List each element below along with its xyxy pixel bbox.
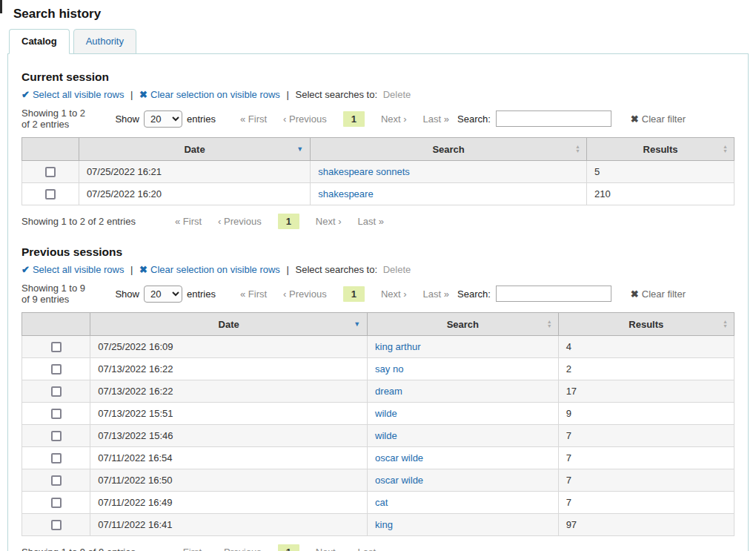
- row-checkbox[interactable]: [45, 189, 56, 199]
- previous-page-button[interactable]: ‹ Previous: [218, 547, 262, 551]
- search-filter-input[interactable]: [496, 110, 611, 127]
- first-page-button[interactable]: « First: [240, 288, 267, 300]
- check-icon: ✔: [21, 89, 30, 100]
- sort-desc-icon: ▼: [296, 146, 303, 153]
- tab-catalog[interactable]: Catalog: [9, 29, 70, 54]
- search-term-link[interactable]: king arthur: [375, 341, 420, 352]
- tab-bar: Catalog Authority: [9, 29, 756, 53]
- show-label: Show: [115, 288, 139, 300]
- previous-sessions-table: Date▼ Search▲▼ Results▲▼ 07/25/2022 16:0…: [21, 312, 735, 536]
- delete-link[interactable]: Delete: [383, 89, 411, 100]
- column-header-results[interactable]: Results▲▼: [587, 138, 735, 161]
- page-title: Search history: [13, 7, 756, 22]
- check-icon: ✔: [21, 264, 30, 275]
- x-icon: ✖: [139, 264, 147, 275]
- current-page-button[interactable]: 1: [343, 286, 365, 302]
- page-length-select[interactable]: 20: [144, 110, 182, 128]
- results-count: 9: [558, 403, 734, 425]
- row-checkbox[interactable]: [51, 409, 62, 419]
- clear-filter-icon: ✖: [631, 113, 639, 125]
- next-page-button[interactable]: Next ›: [316, 547, 342, 551]
- tab-authority[interactable]: Authority: [73, 29, 136, 54]
- table-row: 07/25/2022 16:21 shakespeare sonnets 5: [22, 161, 735, 183]
- current-page-button[interactable]: 1: [278, 544, 299, 551]
- sort-icon: ▲▼: [575, 145, 580, 154]
- search-term-link[interactable]: wilde: [375, 408, 397, 419]
- entries-label: entries: [187, 113, 216, 125]
- showing-entries-info: Showing 1 to 9 of 9 entries: [21, 547, 136, 551]
- page-length-control: Show 20 entries: [115, 110, 216, 128]
- search-date: 07/13/2022 16:22: [90, 358, 368, 380]
- search-date: 07/25/2022 16:20: [79, 183, 310, 205]
- search-date: 07/25/2022 16:21: [79, 161, 310, 183]
- row-checkbox[interactable]: [51, 498, 62, 508]
- delete-link[interactable]: Delete: [383, 264, 411, 275]
- clear-selection-link[interactable]: ✖Clear selection on visible rows: [139, 89, 280, 100]
- showing-entries-info: Showing 1 to 2 of 2 entries: [21, 108, 96, 130]
- search-term-link[interactable]: cat: [375, 497, 388, 508]
- search-term-link[interactable]: wilde: [375, 430, 397, 441]
- next-icon: ›: [338, 216, 341, 227]
- column-header-date[interactable]: Date▼: [79, 138, 310, 161]
- last-page-button[interactable]: Last »: [358, 216, 384, 227]
- search-term-link[interactable]: oscar wilde: [375, 475, 423, 486]
- previous-icon: ‹: [218, 216, 221, 227]
- clear-filter-button[interactable]: ✖Clear filter: [631, 113, 686, 125]
- next-page-button[interactable]: Next ›: [381, 113, 407, 125]
- last-page-button[interactable]: Last »: [423, 288, 449, 300]
- last-icon: »: [444, 288, 449, 300]
- show-label: Show: [115, 113, 139, 125]
- filter-controls: Search: ✖Clear filter: [457, 286, 735, 302]
- results-count: 7: [558, 469, 734, 492]
- search-term-link[interactable]: say no: [375, 363, 403, 375]
- row-checkbox[interactable]: [51, 342, 62, 352]
- column-header-results[interactable]: Results▲▼: [558, 313, 734, 336]
- next-page-button[interactable]: Next ›: [381, 288, 407, 300]
- select-all-link[interactable]: ✔Select all visible rows: [21, 89, 124, 100]
- next-icon: ›: [338, 547, 341, 551]
- row-checkbox[interactable]: [51, 453, 62, 463]
- column-header-search[interactable]: Search▲▼: [311, 138, 587, 161]
- clear-selection-link[interactable]: ✖Clear selection on visible rows: [139, 264, 280, 275]
- previous-icon: ‹: [283, 113, 286, 125]
- table-row: 07/13/2022 15:51 wilde 9: [22, 403, 735, 425]
- page-length-control: Show 20 entries: [115, 286, 216, 303]
- checkbox-column-header: [22, 313, 90, 336]
- sort-desc-icon: ▼: [354, 321, 360, 328]
- clear-filter-button[interactable]: ✖Clear filter: [631, 288, 686, 300]
- column-header-date[interactable]: Date▼: [90, 313, 368, 336]
- previous-page-button[interactable]: ‹ Previous: [283, 288, 327, 300]
- row-checkbox[interactable]: [51, 475, 62, 486]
- search-term-link[interactable]: shakespeare: [318, 188, 373, 199]
- first-page-button[interactable]: « First: [240, 113, 267, 125]
- last-page-button[interactable]: Last »: [423, 113, 449, 125]
- search-term-link[interactable]: dream: [375, 386, 402, 397]
- first-page-button[interactable]: « First: [175, 547, 202, 551]
- select-all-link[interactable]: ✔Select all visible rows: [21, 264, 124, 275]
- search-filter-input[interactable]: [496, 286, 611, 302]
- row-checkbox[interactable]: [51, 431, 62, 441]
- results-count: 7: [558, 447, 734, 469]
- search-date: 07/11/2022 16:50: [90, 469, 368, 492]
- row-checkbox[interactable]: [51, 364, 62, 375]
- search-date: 07/11/2022 16:49: [90, 492, 368, 514]
- previous-page-button[interactable]: ‹ Previous: [218, 216, 262, 227]
- current-page-button[interactable]: 1: [343, 111, 365, 127]
- next-icon: ›: [403, 288, 406, 300]
- search-term-link[interactable]: shakespeare sonnets: [318, 166, 410, 177]
- results-count: 7: [558, 425, 734, 447]
- row-checkbox[interactable]: [51, 386, 62, 397]
- row-checkbox[interactable]: [51, 520, 62, 530]
- section-heading: Current session: [21, 70, 735, 84]
- next-page-button[interactable]: Next ›: [316, 216, 342, 227]
- section-heading: Previous sessions: [21, 245, 735, 259]
- page-length-select[interactable]: 20: [144, 286, 182, 303]
- row-checkbox[interactable]: [45, 167, 56, 177]
- previous-page-button[interactable]: ‹ Previous: [283, 113, 327, 125]
- first-page-button[interactable]: « First: [175, 216, 202, 227]
- column-header-search[interactable]: Search▲▼: [368, 313, 559, 336]
- current-page-button[interactable]: 1: [278, 214, 299, 229]
- last-page-button[interactable]: Last »: [358, 547, 384, 551]
- search-term-link[interactable]: king: [375, 519, 393, 530]
- search-term-link[interactable]: oscar wilde: [375, 452, 423, 463]
